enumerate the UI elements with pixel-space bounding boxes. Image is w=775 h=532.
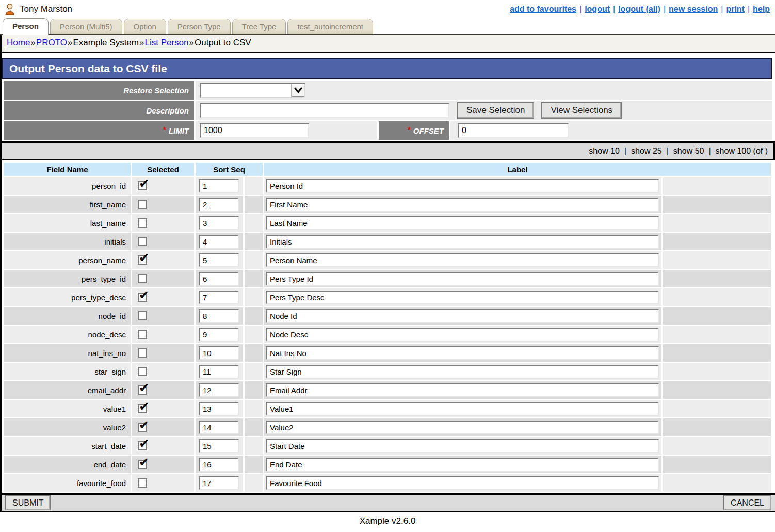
cancel-button[interactable]: CANCEL (723, 495, 771, 510)
label-cell (264, 177, 661, 195)
selected-checkbox[interactable] (138, 367, 147, 376)
label-input[interactable] (266, 346, 659, 360)
limit-input[interactable] (200, 123, 309, 138)
sort-seq-input[interactable] (199, 291, 239, 304)
save-selection-button[interactable]: Save Selection (457, 102, 534, 119)
link-logout-all[interactable]: logout (all) (618, 5, 660, 13)
tab-test-autoincrement[interactable]: test_autoincrement (287, 19, 373, 34)
show-10-link[interactable]: show 10 (589, 147, 620, 156)
header-selected: Selected (132, 163, 194, 176)
table-row: end_date (4, 456, 771, 473)
link-add-to-favourites[interactable]: add to favourites (510, 5, 576, 13)
label-input[interactable] (266, 309, 659, 323)
spacer-cell (245, 270, 263, 287)
sort-seq-input[interactable] (199, 179, 239, 193)
show-50-link[interactable]: show 50 (673, 147, 704, 156)
sort-seq-input[interactable] (199, 328, 239, 342)
selected-cell (132, 400, 194, 417)
description-input[interactable] (200, 103, 449, 118)
selected-cell (132, 363, 194, 380)
label-input[interactable] (266, 476, 659, 490)
sort-seq-input[interactable] (199, 235, 239, 249)
crumb-home[interactable]: Home (7, 38, 30, 47)
selected-checkbox[interactable] (138, 385, 147, 395)
selected-checkbox[interactable] (138, 255, 147, 265)
tab-tree-type[interactable]: Tree Type (232, 19, 286, 34)
label-input[interactable] (266, 253, 659, 267)
label-input[interactable] (266, 402, 659, 416)
selected-checkbox[interactable] (138, 330, 147, 339)
selected-checkbox[interactable] (138, 423, 147, 432)
selected-checkbox[interactable] (138, 200, 147, 209)
label-input[interactable] (266, 198, 659, 212)
selected-checkbox[interactable] (138, 293, 147, 302)
selected-cell (132, 418, 194, 436)
label-input[interactable] (266, 328, 659, 342)
label-input[interactable] (266, 439, 659, 453)
label-input[interactable] (266, 365, 659, 379)
field-name: initials (4, 233, 131, 250)
label-input[interactable] (266, 216, 659, 230)
label-input[interactable] (266, 458, 659, 472)
sort-seq-input[interactable] (199, 383, 239, 397)
link-logout[interactable]: logout (585, 5, 610, 13)
label-input[interactable] (266, 272, 659, 286)
selected-checkbox[interactable] (138, 218, 147, 228)
pagination-separator: | (624, 147, 626, 156)
sort-seq-input[interactable] (199, 402, 239, 416)
table-row: star_sign (4, 363, 771, 380)
crumb-list-person[interactable]: List Person (144, 38, 188, 47)
label-input[interactable] (266, 179, 659, 193)
pagination-separator: | (708, 147, 711, 156)
restore-selection-field-area (196, 81, 772, 100)
table-row: person_name (4, 251, 771, 269)
offset-input[interactable] (458, 123, 569, 138)
selected-checkbox[interactable] (138, 311, 147, 320)
selected-checkbox[interactable] (138, 274, 147, 283)
selected-checkbox[interactable] (138, 237, 147, 246)
row-filler (663, 363, 771, 380)
sort-seq-input[interactable] (199, 216, 239, 230)
link-separator: | (748, 5, 750, 13)
tab-person-multi5[interactable]: Person (Multi5) (50, 19, 122, 34)
link-new-session[interactable]: new session (669, 5, 718, 13)
label-input[interactable] (266, 291, 659, 304)
selected-checkbox[interactable] (138, 460, 147, 469)
sort-seq-input[interactable] (199, 346, 239, 360)
description-label: Description (4, 101, 194, 120)
link-print[interactable]: print (726, 5, 745, 13)
label-cell (264, 326, 661, 343)
selected-cell (132, 474, 194, 492)
show-25-link[interactable]: show 25 (631, 147, 662, 156)
selected-checkbox[interactable] (138, 404, 147, 413)
selected-cell (132, 437, 194, 455)
crumb-proto[interactable]: PROTO (36, 38, 67, 47)
submit-button[interactable]: SUBMIT (5, 495, 51, 510)
selected-checkbox[interactable] (138, 181, 147, 190)
sort-seq-input[interactable] (199, 253, 239, 267)
selected-checkbox[interactable] (138, 441, 147, 450)
row-filler (663, 288, 771, 306)
tab-option[interactable]: Option (124, 19, 166, 34)
selected-checkbox[interactable] (138, 348, 147, 358)
view-selections-button[interactable]: View Selections (541, 102, 622, 119)
selected-checkbox[interactable] (138, 478, 147, 488)
tab-person[interactable]: Person (3, 18, 49, 35)
label-input[interactable] (266, 235, 659, 249)
label-input[interactable] (266, 383, 659, 397)
sort-seq-input[interactable] (199, 272, 239, 286)
label-input[interactable] (266, 421, 659, 434)
spacer-cell (245, 456, 263, 473)
link-help[interactable]: help (753, 5, 770, 13)
sort-seq-input[interactable] (199, 309, 239, 323)
sort-seq-input[interactable] (199, 365, 239, 379)
sort-seq-input[interactable] (199, 421, 239, 434)
sort-seq-input[interactable] (199, 476, 239, 490)
sort-seq-input[interactable] (199, 458, 239, 472)
show-100-link[interactable]: show 100 (of ) (716, 147, 768, 156)
sort-seq-input[interactable] (199, 439, 239, 453)
restore-selection-select[interactable] (200, 83, 305, 98)
selected-cell (132, 307, 194, 325)
tab-person-type[interactable]: Person Type (168, 19, 231, 34)
sort-seq-input[interactable] (199, 198, 239, 212)
